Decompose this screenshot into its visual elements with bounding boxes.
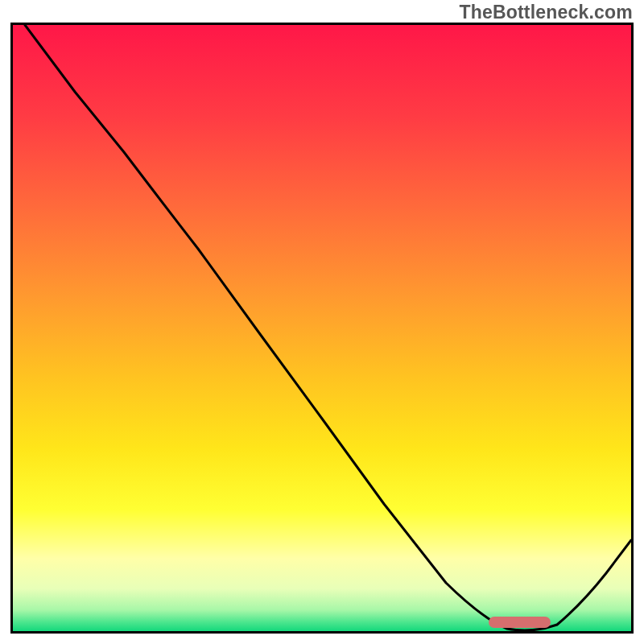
watermark-text: TheBottleneck.com [459, 2, 633, 23]
chart-svg [13, 25, 631, 631]
bottleneck-chart [10, 23, 634, 634]
optimum-marker [489, 617, 551, 628]
gradient-background [13, 25, 631, 631]
